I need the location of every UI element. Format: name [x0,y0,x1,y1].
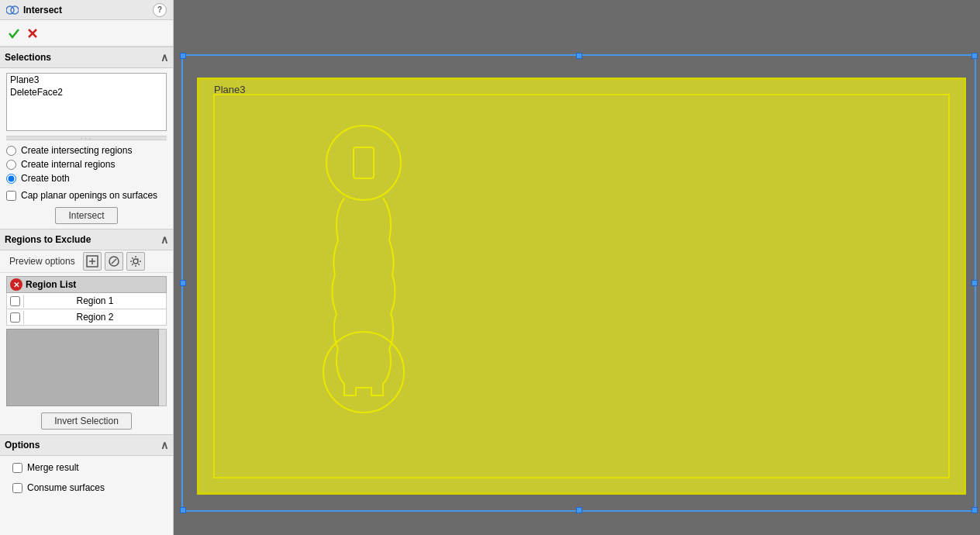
options-section-header: Options ∧ [0,434,173,456]
handle-bl [180,507,186,513]
create-intersecting-label: Create intersecting regions [21,145,132,156]
region-scrollbar[interactable] [159,329,167,406]
cap-planar-checkbox[interactable] [6,191,16,201]
region-1-checkbox[interactable] [10,296,20,306]
resize-handle[interactable] [6,136,167,140]
preview-btn-add[interactable] [83,252,102,271]
region-preview-container [6,329,167,406]
panel-title: Intersect [23,5,148,16]
svg-point-10 [326,126,401,200]
radio-create-internal[interactable]: Create internal regions [6,159,167,170]
selections-section-header: Selections ∧ [0,47,173,68]
surface-outer [197,78,966,495]
help-button[interactable]: ? [153,3,167,17]
key-shape-svg [313,109,414,442]
svg-line-8 [112,259,116,264]
selections-label: Selections [5,52,51,63]
selection-item-plane3[interactable]: Plane3 [7,74,166,86]
consume-surfaces-row[interactable]: Consume surfaces [6,479,167,496]
options-label: Options [5,440,40,450]
region-list-header: ✕ Region List [6,276,167,293]
preview-options-bar: Preview options [0,250,173,273]
region-preview-area [6,329,159,406]
invert-selection-button[interactable]: Invert Selection [41,412,132,430]
consume-surfaces-checkbox[interactable] [12,483,22,493]
regions-label: Regions to Exclude [5,234,91,245]
region-list-label: Region List [26,279,76,290]
cancel-button[interactable] [25,26,40,41]
cap-planar-row[interactable]: Cap planar openings on surfaces [0,187,173,204]
svg-rect-12 [354,147,374,178]
region-1-name: Region 1 [24,293,166,309]
panel-title-bar: Intersect ? [0,0,173,20]
create-internal-label: Create internal regions [21,159,115,170]
regions-collapse-btn[interactable]: ∧ [160,233,168,246]
preview-btn-remove[interactable] [105,252,123,271]
options-section: Merge result Consume surfaces [0,456,173,499]
selections-list: Plane3 DeleteFace2 [6,73,167,131]
svg-point-1 [11,6,19,14]
handle-bm [576,507,582,513]
radio-create-both[interactable]: Create both [6,173,167,184]
accept-button[interactable] [6,26,22,41]
selections-collapse-btn[interactable]: ∧ [160,51,168,64]
selection-item-deleteface2[interactable]: DeleteFace2 [7,86,166,98]
action-bar [0,20,173,47]
merge-result-label: Merge result [27,462,79,473]
intersect-icon [6,4,19,16]
handle-tm [576,53,582,59]
radio-create-intersecting[interactable]: Create intersecting regions [6,145,167,156]
merge-result-row[interactable]: Merge result [6,459,167,476]
region-2-checkbox-cell [7,311,24,324]
region-2-name: Region 2 [24,309,166,325]
handle-tl [180,53,186,59]
regions-section-header: Regions to Exclude ∧ [0,229,173,250]
preview-btn-settings[interactable] [126,252,145,271]
handle-tr [971,53,978,59]
left-panel: Intersect ? Selections ∧ Plane3 DeleteFa… [0,0,174,535]
region-1-checkbox-cell [7,295,24,308]
create-both-label: Create both [21,173,70,184]
handle-ml [180,280,186,286]
consume-surfaces-label: Consume surfaces [27,482,105,493]
cap-planar-label: Cap planar openings on surfaces [21,190,157,201]
intersect-button[interactable]: Intersect [55,207,117,224]
region-row-1: Region 1 [6,293,167,309]
region-list-icon: ✕ [10,278,22,291]
merge-result-checkbox[interactable] [12,463,22,473]
radio-group: Create intersecting regions Create inter… [0,142,173,187]
handle-mr [971,280,978,286]
options-collapse-btn[interactable]: ∧ [160,439,168,451]
handle-br [971,507,978,513]
svg-point-11 [323,332,404,412]
viewport: Plane3 [174,0,980,535]
region-row-2: Region 2 [6,309,167,326]
region-2-checkbox[interactable] [10,312,20,323]
preview-options-label: Preview options [5,254,80,268]
